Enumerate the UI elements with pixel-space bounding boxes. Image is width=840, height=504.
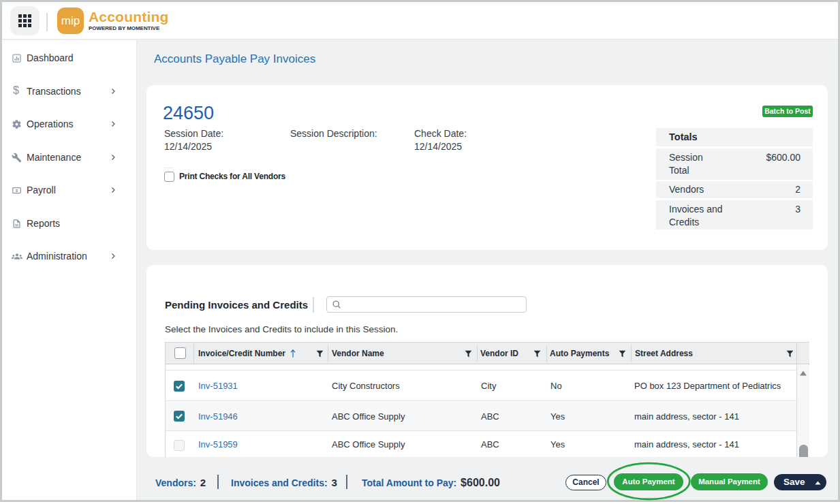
svg-text:$: $ [16,188,18,193]
